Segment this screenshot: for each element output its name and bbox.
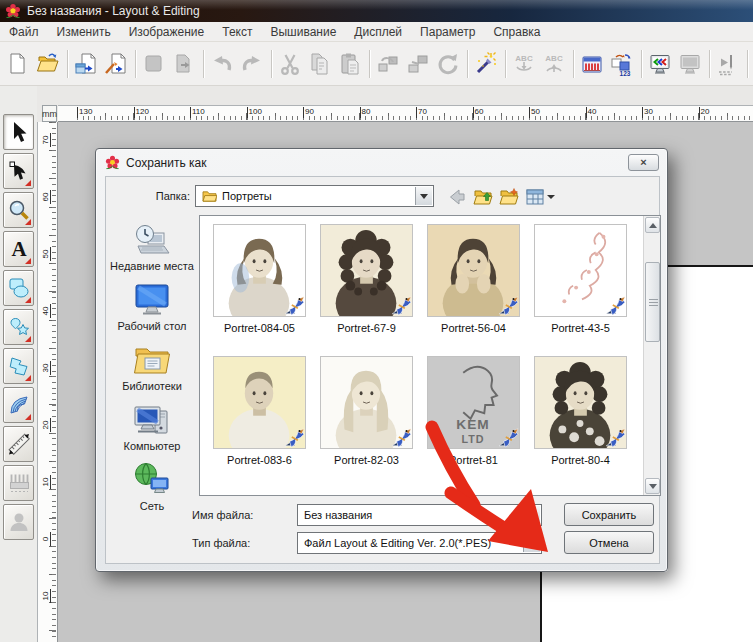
fan-stitch-tool-button[interactable] [3,387,34,423]
import-to-layout-button[interactable] [71,48,101,80]
design-settings-button[interactable] [139,48,169,80]
place-desktop[interactable]: Рабочий стол [108,281,196,332]
write-to-card-button[interactable] [169,48,199,80]
file-thumbnail[interactable] [213,356,306,449]
menu-item-4[interactable]: Текст [213,22,261,42]
flip-copy-icon [376,52,400,76]
redo-icon [240,52,264,76]
filename-dropdown-button[interactable] [523,506,540,524]
file-thumbnail[interactable] [320,356,413,449]
filetype-dropdown-button[interactable] [523,534,540,552]
file-item[interactable]: Portret-083-6 [212,356,307,466]
paste-button[interactable] [335,48,365,80]
toolbar-separator [135,50,136,78]
folder-value: Портреты [222,190,272,202]
filename-label: Имя файла: [192,509,253,521]
file-item[interactable]: Portret-56-04 [426,224,521,334]
scroll-thumb[interactable] [645,262,660,342]
decor-shapes-tool-button[interactable] [3,309,34,345]
file-thumbnail[interactable] [320,224,413,317]
menu-item-3[interactable]: Изображение [120,22,214,42]
shapes-tool-button[interactable] [3,270,34,306]
file-thumbnail[interactable] [534,356,627,449]
copy-button[interactable] [305,48,335,80]
undo-button[interactable] [207,48,237,80]
menu-item-7[interactable]: Параметр [411,22,484,42]
file-item[interactable]: Portret-084-05 [212,224,307,334]
scroll-down-button[interactable] [645,478,660,494]
cut-button[interactable] [275,48,305,80]
dialog-title-bar[interactable]: Сохранить как × [96,149,667,176]
stitch-view-button[interactable] [675,48,705,80]
new-document-button[interactable] [3,48,33,80]
manual-punch-tool-button[interactable] [3,465,34,501]
file-item[interactable]: KEM LTD Portret-81 [426,356,521,466]
scroll-grip-icon [649,299,658,300]
vruler-label: 30 [41,361,51,375]
sewing-order-button[interactable]: 123 [607,48,637,80]
vruler-label: 10 [41,589,51,603]
toolbar-separator [467,50,468,78]
cancel-button[interactable]: Отмена [564,531,654,554]
flip-copy-button[interactable] [373,48,403,80]
sewing-simulator-button[interactable] [713,48,743,80]
menu-item-6[interactable]: Дисплей [345,22,411,42]
back-arrow-button[interactable] [446,186,468,208]
filename-combobox[interactable]: Без названия [297,504,542,526]
file-thumbnail[interactable] [534,224,627,317]
folder-combobox[interactable]: Портреты [195,185,434,207]
file-item[interactable]: Portret-82-03 [319,356,414,466]
place-network[interactable]: Сеть [108,461,196,512]
embroidery-bird-logo-icon [390,426,412,448]
toolbar-separator [573,50,574,78]
file-item[interactable]: Portret-43-5 [533,224,628,334]
portrait-tool-icon [7,510,31,534]
filetype-combobox[interactable]: Файл Layout & Editing Ver. 2.0(*.PES) [297,532,542,554]
dialog-close-button[interactable]: × [628,154,659,171]
menu-item-8[interactable]: Справка [484,22,549,42]
realistic-view-button[interactable] [645,48,675,80]
outline-shape-tool-button[interactable] [3,348,34,384]
new-folder-button[interactable] [498,186,520,208]
point-edit-tool-button[interactable] [3,153,34,189]
scrollbar[interactable] [643,216,660,495]
select-tool-button[interactable] [3,114,34,150]
text-arch-down-button[interactable]: ABC [509,48,539,80]
rotate-button[interactable] [433,48,463,80]
menu-item-1[interactable]: Файл [0,22,48,42]
thread-palette-button[interactable] [577,48,607,80]
open-file-button[interactable] [33,48,63,80]
up-folder-button[interactable] [472,186,494,208]
save-button[interactable]: Сохранить [564,503,654,526]
window-title: Без названия - Layout & Editing [27,4,200,18]
triangle-up-icon [649,223,657,228]
image-to-page-button[interactable] [101,48,131,80]
file-thumbnail[interactable] [427,224,520,317]
rotate-icon [436,52,460,76]
view-menu-button[interactable] [524,186,556,208]
place-recent-places[interactable]: Недавние места [108,221,196,272]
text-arch-up-button[interactable]: ABC [539,48,569,80]
zoom-tool-button[interactable] [3,192,34,228]
up-folder-icon [473,187,493,207]
portrait-tool-button[interactable] [3,504,34,540]
scroll-up-button[interactable] [645,217,660,233]
design-settings-icon [142,52,166,76]
file-item[interactable]: Portret-80-4 [533,356,628,466]
file-thumbnail[interactable]: KEM LTD [427,356,520,449]
redo-button[interactable] [237,48,267,80]
place-computer[interactable]: Компьютер [108,401,196,452]
measure-tool-button[interactable] [3,426,34,462]
menu-item-2[interactable]: Изменить [48,22,120,42]
folder-dropdown-button[interactable] [415,187,432,205]
file-thumbnail[interactable] [213,224,306,317]
toolbar-separator [203,50,204,78]
text-tool-button[interactable]: A [3,231,34,267]
image-wizard-button[interactable] [471,48,501,80]
menu-item-5[interactable]: Вышивание [261,22,345,42]
group-objects-button[interactable] [403,48,433,80]
file-item[interactable]: Portret-67-9 [319,224,414,334]
place-libraries[interactable]: Библиотеки [108,341,196,392]
place-label: Библиотеки [122,380,182,392]
stitch-view-icon [678,52,702,76]
